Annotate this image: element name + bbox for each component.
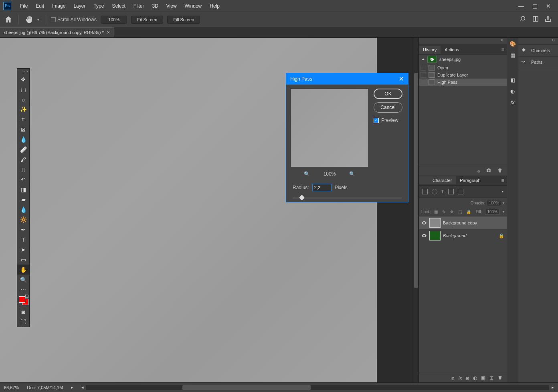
dialog-close-icon[interactable]: ✕ <box>399 75 404 83</box>
radius-input[interactable] <box>312 184 332 191</box>
preview-checkbox[interactable]: ✓ <box>374 118 379 123</box>
opacity-value[interactable]: 100% <box>487 200 501 206</box>
adjustments-icon[interactable]: ◧ <box>509 76 516 83</box>
cancel-button[interactable]: Cancel <box>374 102 402 113</box>
swatches-icon[interactable]: ▦ <box>509 51 516 59</box>
frame-tool[interactable]: ⊠ <box>17 124 29 134</box>
chevron-right-icon[interactable]: ▸ <box>71 385 73 390</box>
toolbox-expand-icon[interactable]: ›› <box>22 69 25 73</box>
menu-layer[interactable]: Layer <box>69 2 89 10</box>
lock-all-icon[interactable]: 🔒 <box>466 210 471 214</box>
lock-transparent-icon[interactable]: ▦ <box>434 210 439 214</box>
new-layer-icon[interactable]: ⊞ <box>489 375 493 381</box>
history-source[interactable]: ✦ 🐑 sheeps.jpg <box>419 55 507 64</box>
marquee-tool[interactable]: ⬚ <box>17 84 29 94</box>
group-icon[interactable]: ▣ <box>481 375 485 381</box>
menu-type[interactable]: Type <box>89 2 108 10</box>
lasso-tool[interactable]: ⌕ <box>17 94 29 104</box>
styles-icon[interactable]: ◐ <box>509 87 516 95</box>
lock-position-icon[interactable]: ✥ <box>450 210 455 214</box>
radius-slider[interactable] <box>293 195 402 201</box>
color-swatches[interactable] <box>17 295 29 307</box>
horizontal-scrollbar[interactable]: ◂▸ <box>81 385 554 390</box>
panel-collapse-icon[interactable]: ›› <box>518 38 558 45</box>
document-tab[interactable]: sheeps.jpg @ 66,7% (Background copy, RGB… <box>0 27 114 37</box>
healing-brush-tool[interactable]: 🩹 <box>17 144 29 154</box>
swap-colors-icon[interactable] <box>25 295 28 298</box>
layer-row[interactable]: Background 🔒 <box>419 229 507 242</box>
panel-collapse-icon[interactable]: ›› <box>419 38 507 45</box>
tool-chevron-icon[interactable]: ▾ <box>37 18 39 22</box>
menu-view[interactable]: View <box>162 2 181 10</box>
eyedropper-tool[interactable]: 💧 <box>17 134 29 144</box>
channels-panel-button[interactable]: 🟆 Channels <box>518 45 558 57</box>
eraser-tool[interactable]: ◨ <box>17 184 29 194</box>
close-tab-icon[interactable]: × <box>107 30 110 35</box>
clone-stamp-tool[interactable]: ⎍ <box>17 164 29 174</box>
chevron-down-icon[interactable]: ▾ <box>503 201 504 205</box>
lock-image-icon[interactable]: ✎ <box>442 210 447 214</box>
zoom-tool[interactable]: 🔍 <box>17 275 29 285</box>
color-icon[interactable]: 🎨 <box>509 40 516 47</box>
path-selection-tool[interactable]: ➤ <box>17 244 29 255</box>
zoom-in-icon[interactable]: 🔍 <box>349 171 355 177</box>
dialog-titlebar[interactable]: High Pass ✕ <box>286 73 408 85</box>
trash-icon[interactable] <box>497 375 503 381</box>
menu-image[interactable]: Image <box>48 2 69 10</box>
tab-character[interactable]: Character <box>419 176 456 184</box>
adjustment-icon[interactable]: ◐ <box>473 375 477 381</box>
history-step[interactable]: Duplicate Layer <box>419 71 507 79</box>
trash-icon[interactable] <box>497 168 503 174</box>
dialog-preview-image[interactable] <box>290 89 369 167</box>
dodge-tool[interactable]: 🔆 <box>17 214 29 224</box>
type-layer-icon[interactable]: T <box>441 189 444 194</box>
edit-toolbar-icon[interactable]: ⋯ <box>17 285 29 295</box>
zoom-out-icon[interactable]: 🔍 <box>304 171 310 177</box>
adjustment-layer-icon[interactable] <box>432 189 437 194</box>
zoom-level-field[interactable]: 100% <box>101 16 127 24</box>
layer-style-icon[interactable]: fx <box>458 375 462 381</box>
menu-window[interactable]: Window <box>181 2 206 10</box>
move-tool[interactable]: ✥ <box>17 74 29 84</box>
link-layers-icon[interactable]: ⌀ <box>451 375 454 381</box>
menu-help[interactable]: Help <box>206 2 224 10</box>
type-tool[interactable]: T <box>17 234 29 244</box>
window-minimize-icon[interactable]: — <box>518 3 524 9</box>
tab-history[interactable]: History <box>419 46 441 54</box>
pen-tool[interactable]: ✒ <box>17 224 29 234</box>
panel-menu-icon[interactable]: ≡ <box>499 178 507 183</box>
menu-select[interactable]: Select <box>108 2 129 10</box>
lock-artboard-icon[interactable]: ⬚ <box>458 210 463 214</box>
window-maximize-icon[interactable]: ▢ <box>532 3 538 9</box>
smart-object-icon[interactable] <box>458 189 463 194</box>
crop-tool[interactable]: ⌗ <box>17 114 29 124</box>
hand-tool[interactable]: ✋ <box>17 265 29 275</box>
visibility-icon[interactable] <box>421 220 427 226</box>
camera-icon[interactable] <box>486 168 491 174</box>
fill-value[interactable]: 100% <box>485 209 499 215</box>
status-zoom[interactable]: 66,67% <box>4 385 19 390</box>
home-icon[interactable] <box>4 15 13 24</box>
menu-3d[interactable]: 3D <box>148 2 162 10</box>
screen-mode-tool[interactable]: ⛶ <box>17 317 29 327</box>
fill-screen-button[interactable]: Fill Screen <box>167 16 200 24</box>
fx-icon[interactable]: fx <box>509 99 516 106</box>
layer-row[interactable]: Background copy <box>419 216 507 229</box>
history-brush-tool[interactable]: ↶ <box>17 174 29 184</box>
workspace-icon[interactable] <box>532 16 539 23</box>
window-close-icon[interactable]: ✕ <box>545 3 552 9</box>
menu-filter[interactable]: Filter <box>129 2 148 10</box>
chevron-down-icon[interactable]: ▾ <box>503 210 504 214</box>
toolbox-close-icon[interactable]: × <box>26 69 28 73</box>
panel-menu-icon[interactable]: ≡ <box>499 47 507 53</box>
paths-panel-button[interactable]: ↝ Paths <box>518 57 558 68</box>
brush-tool[interactable]: 🖌 <box>17 154 29 164</box>
hand-tool-icon[interactable] <box>24 15 33 24</box>
status-doc-info[interactable]: Doc: 7,05M/14,1M <box>27 385 63 390</box>
magic-wand-tool[interactable]: ✨ <box>17 104 29 114</box>
menu-file[interactable]: File <box>16 2 32 10</box>
history-step[interactable]: High Pass <box>419 79 507 86</box>
gradient-tool[interactable]: ▰ <box>17 194 29 204</box>
vertical-scrollbar[interactable] <box>413 38 418 382</box>
pixel-layer-icon[interactable] <box>422 189 428 194</box>
